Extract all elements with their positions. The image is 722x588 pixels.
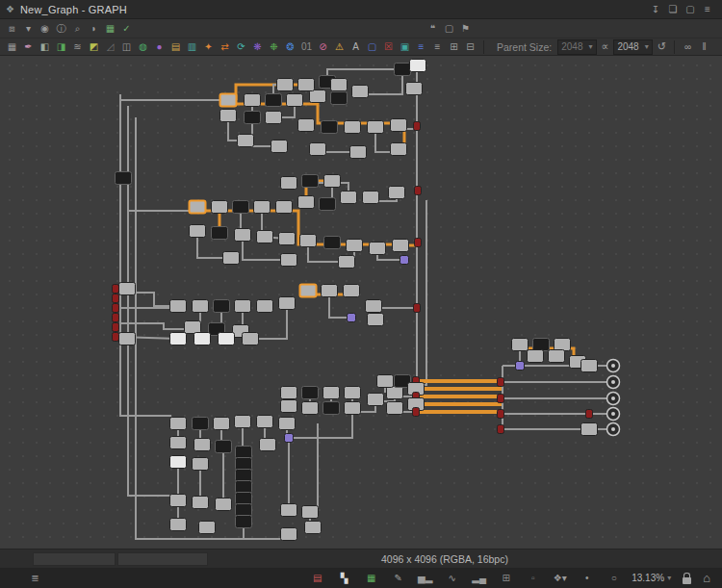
graph-node[interactable]	[345, 121, 361, 134]
graph-node[interactable]	[281, 504, 297, 517]
histogram-icon[interactable]: ∿	[444, 571, 460, 586]
graph-node[interactable]	[581, 360, 598, 372]
table-node-icon[interactable]: ⊞	[446, 39, 462, 55]
warp-node-icon[interactable]: ⇄	[217, 39, 233, 55]
node-flag[interactable]	[415, 187, 422, 195]
node-flag[interactable]	[113, 294, 119, 303]
graph-node[interactable]	[194, 333, 211, 345]
graph-node[interactable]	[236, 504, 252, 517]
graph-node[interactable]	[298, 119, 315, 132]
graph-node[interactable]	[347, 240, 363, 252]
parent-width-select[interactable]: 2048 ▾	[557, 39, 596, 55]
scatter-node-icon[interactable]: ❉	[266, 39, 282, 55]
graph-node[interactable]	[279, 418, 296, 430]
graph-node[interactable]	[302, 387, 319, 399]
output-node[interactable]	[607, 423, 620, 436]
null-node-icon[interactable]: ⊘	[315, 39, 331, 55]
dropdown-caret-icon[interactable]: ▾	[20, 21, 37, 37]
grid-green-icon[interactable]: ▦	[363, 571, 379, 586]
graph-node[interactable]	[238, 135, 254, 147]
graph-node[interactable]	[185, 321, 201, 334]
warning-node-icon[interactable]: ⚠	[331, 39, 348, 55]
fxmap-node-icon[interactable]: ❂	[282, 39, 298, 55]
graph-node[interactable]	[277, 79, 294, 91]
graph-node[interactable]	[528, 350, 544, 363]
graph-node[interactable]	[302, 402, 319, 415]
graph-node[interactable]	[391, 119, 407, 132]
graph-node[interactable]	[236, 458, 252, 471]
graph-node[interactable]	[236, 493, 252, 505]
graph-node[interactable]	[220, 110, 237, 122]
graph-node[interactable]	[322, 121, 338, 134]
view-mode-icon[interactable]: ❖▾	[552, 571, 568, 586]
gradient-node-icon[interactable]: ◩	[86, 39, 102, 55]
graph-node[interactable]	[170, 418, 187, 430]
node-flag[interactable]	[113, 314, 119, 322]
invalid-node-icon[interactable]: ☒	[380, 39, 397, 55]
graph-node[interactable]	[260, 439, 276, 451]
frame-blue-node-icon[interactable]: ▢	[364, 39, 380, 55]
graph-node[interactable]	[512, 339, 529, 351]
hsl-node-icon[interactable]: ◍	[135, 39, 151, 55]
graph-node[interactable]	[281, 400, 297, 413]
graph-node[interactable]	[377, 375, 394, 388]
node-graph-svg[interactable]	[0, 56, 722, 549]
graph-node[interactable]	[368, 394, 384, 406]
graph-node[interactable]	[345, 387, 361, 399]
graph-node[interactable]	[323, 402, 340, 415]
graph-node[interactable]	[279, 297, 296, 310]
zoom-select[interactable]: 13.13% ▾	[632, 573, 671, 583]
dot-node[interactable]	[516, 362, 525, 371]
search-icon[interactable]: ⌕	[69, 21, 86, 37]
svg-node-icon[interactable]: ✒	[20, 39, 37, 55]
graph-node[interactable]	[257, 300, 273, 313]
graph-node[interactable]	[406, 83, 423, 95]
teal-frame-node-icon[interactable]: ▣	[397, 39, 413, 55]
color-picker-icon[interactable]: ◗	[86, 21, 102, 37]
graph-node[interactable]	[235, 416, 251, 428]
graph-node[interactable]	[363, 192, 379, 204]
graph-node[interactable]	[320, 198, 336, 211]
dot-node[interactable]	[348, 314, 356, 322]
graph-node[interactable]	[170, 333, 187, 345]
graph-node[interactable]	[170, 519, 187, 531]
graph-node[interactable]	[212, 201, 228, 214]
graph-node[interactable]	[170, 300, 187, 313]
graph-node[interactable]	[410, 60, 426, 72]
instance-node-icon[interactable]: ⧈	[4, 21, 20, 37]
node-flag[interactable]	[498, 425, 504, 434]
node-flag[interactable]	[586, 410, 593, 419]
node-flag[interactable]	[414, 122, 421, 131]
alpha-checker-icon[interactable]: ▚	[336, 571, 352, 586]
graph-node[interactable]	[331, 79, 348, 91]
graph-node[interactable]	[554, 339, 571, 351]
output-node[interactable]	[607, 376, 620, 389]
graph-node[interactable]	[310, 90, 326, 103]
node-flag[interactable]	[113, 333, 119, 342]
node-flag[interactable]	[498, 378, 504, 387]
graph-node[interactable]	[214, 418, 230, 430]
reset-size-icon[interactable]: ↺	[658, 40, 666, 53]
graph-node[interactable]	[324, 175, 341, 188]
graph-node[interactable]	[266, 94, 282, 107]
home-icon[interactable]: ⌂	[703, 571, 710, 585]
frame-icon[interactable]: ▢	[441, 21, 457, 37]
graph-node[interactable]	[257, 231, 273, 243]
graph-node[interactable]	[310, 143, 326, 156]
graph-node[interactable]	[352, 86, 369, 98]
text-node-icon[interactable]: A	[348, 39, 364, 55]
curve-node-icon[interactable]: ◿	[102, 39, 118, 55]
graph-node[interactable]	[305, 522, 322, 534]
node-flag[interactable]	[498, 410, 504, 419]
material-grid-icon[interactable]: ▦	[102, 21, 118, 37]
graph-node[interactable]	[281, 528, 297, 541]
graph-node[interactable]	[214, 300, 230, 313]
graph-node[interactable]	[219, 333, 235, 345]
info-icon[interactable]: ⓘ	[53, 21, 69, 37]
graph-node[interactable]	[236, 447, 252, 459]
node-flag[interactable]	[113, 285, 119, 294]
node-flag[interactable]	[414, 304, 421, 313]
dot-node[interactable]	[400, 256, 409, 265]
graph-node[interactable]	[533, 339, 550, 351]
pin-note-icon[interactable]: ⚑	[457, 21, 474, 37]
